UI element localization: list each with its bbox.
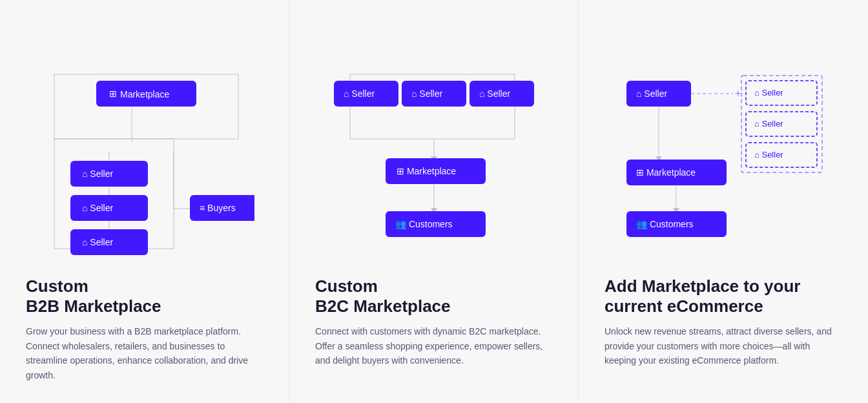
ecom-svg: ⌂ Seller + ⌂ Seller ⌂ Seller ⌂ Seller <box>614 39 833 258</box>
svg-text:⊞: ⊞ <box>109 88 117 99</box>
cards-container: ⊞ Marketplace ⌂ Seller ⌂ Seller ⌂ Seller… <box>0 0 868 403</box>
ecom-description: Unlock new revenue streams, attract dive… <box>604 324 842 367</box>
b2c-description: Connect with customers with dynamic B2C … <box>315 324 552 367</box>
svg-text:+: + <box>735 88 741 99</box>
b2c-title-line2: B2C Marketplace <box>315 296 552 316</box>
b2b-diagram-area: ⊞ Marketplace ⌂ Seller ⌂ Seller ⌂ Seller… <box>26 26 263 271</box>
ecom-title-line2: current eCommerce <box>604 296 842 316</box>
ecom-diagram-area: ⌂ Seller + ⌂ Seller ⌂ Seller ⌂ Seller <box>604 26 842 271</box>
ecom-text-section: Add Marketplace to your current eCommerc… <box>604 271 842 368</box>
svg-text:⌂ Seller: ⌂ Seller <box>82 203 113 213</box>
b2b-title-line2: B2B Marketplace <box>26 296 263 316</box>
svg-text:👥 Customers: 👥 Customers <box>636 219 694 230</box>
b2c-svg: ⌂ Seller ⌂ Seller ⌂ Seller ⊞ Marketplace <box>324 39 544 258</box>
b2b-svg: ⊞ Marketplace ⌂ Seller ⌂ Seller ⌂ Seller… <box>35 39 254 258</box>
b2c-text-section: Custom B2C Marketplace Connect with cust… <box>315 271 552 368</box>
svg-text:Marketplace: Marketplace <box>120 89 169 99</box>
svg-text:⌂ Seller: ⌂ Seller <box>411 88 442 99</box>
svg-text:⌂ Seller: ⌂ Seller <box>82 169 113 179</box>
card-b2c: ⌂ Seller ⌂ Seller ⌂ Seller ⊞ Marketplace <box>289 0 579 403</box>
svg-rect-45 <box>741 76 822 172</box>
b2b-text-section: Custom B2B Marketplace Grow your busines… <box>26 271 263 382</box>
b2c-diagram-area: ⌂ Seller ⌂ Seller ⌂ Seller ⊞ Marketplace <box>315 26 552 271</box>
svg-text:⌂ Seller: ⌂ Seller <box>82 237 113 247</box>
b2b-description: Grow your business with a B2B marketplac… <box>26 324 263 382</box>
card-ecom: ⌂ Seller + ⌂ Seller ⌂ Seller ⌂ Seller <box>579 0 868 403</box>
svg-text:⊞ Marketplace: ⊞ Marketplace <box>636 167 696 178</box>
ecom-title-line1: Add Marketplace to your <box>604 276 842 296</box>
svg-text:⊞ Marketplace: ⊞ Marketplace <box>397 166 456 176</box>
card-b2b: ⊞ Marketplace ⌂ Seller ⌂ Seller ⌂ Seller… <box>0 0 289 403</box>
svg-text:≡ Buyers: ≡ Buyers <box>200 203 236 213</box>
svg-text:⌂ Seller: ⌂ Seller <box>344 88 375 99</box>
svg-text:⌂ Seller: ⌂ Seller <box>636 88 667 99</box>
svg-text:⌂ Seller: ⌂ Seller <box>479 88 510 99</box>
b2b-title-line1: Custom <box>26 276 263 296</box>
svg-text:👥 Customers: 👥 Customers <box>395 219 453 230</box>
b2c-title-line1: Custom <box>315 276 552 296</box>
